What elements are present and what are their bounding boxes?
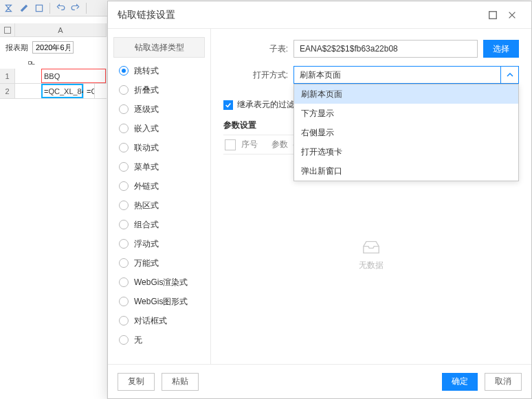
select-button[interactable]: 选择 [483, 40, 519, 58]
close-button[interactable] [502, 5, 522, 25]
cancel-button[interactable]: 取消 [485, 373, 522, 391]
radio-label: 逐级式 [134, 104, 159, 115]
openmode-dropdown[interactable]: 刷新本页面 刷新本页面下方显示右侧显示打开选项卡弹出新窗口 [293, 66, 519, 84]
type-radio-item[interactable]: 组合式 [119, 217, 199, 232]
dialog-footer: 复制 粘贴 确定 取消 [108, 364, 531, 398]
radio-label: 外链式 [134, 181, 159, 192]
radio-label: WebGis渲染式 [134, 277, 188, 288]
param-selectall-checkbox[interactable] [225, 139, 236, 150]
radio-icon [119, 239, 129, 249]
copy-button[interactable]: 复制 [118, 373, 155, 391]
type-radio-item[interactable]: 热区式 [119, 198, 199, 213]
spreadsheet-bg: A 报表期 1 BBQ 2 =QC_XL_84 =C [0, 16, 107, 399]
param-title: 参数设置 [223, 119, 256, 131]
type-radio-item[interactable]: 联动式 [119, 140, 199, 155]
ok-button[interactable]: 确定 [442, 373, 478, 391]
param-empty: 无数据 [223, 155, 519, 356]
type-radio-item[interactable]: 折叠式 [119, 82, 199, 98]
row-header-1[interactable]: 1 [0, 69, 15, 83]
type-radio-item[interactable]: 菜单式 [119, 159, 199, 174]
radio-icon [119, 66, 129, 76]
radio-label: 嵌入式 [134, 123, 159, 135]
openmode-menu: 刷新本页面下方显示右侧显示打开选项卡弹出新窗口 [293, 84, 519, 181]
radio-icon [119, 297, 129, 306]
radio-label: 联动式 [134, 142, 159, 154]
paste-button[interactable]: 粘贴 [162, 373, 199, 391]
radio-icon [119, 143, 129, 152]
radio-icon [119, 258, 129, 268]
openmode-option[interactable]: 打开选项卡 [294, 142, 518, 161]
row-header-corner [0, 23, 15, 36]
inbox-icon [362, 239, 381, 255]
period-label: 报表期 [5, 43, 28, 53]
col-header[interactable]: A [15, 23, 107, 36]
svg-rect-1 [4, 27, 10, 33]
period-input[interactable] [32, 41, 74, 54]
type-panel-title: 钻取选择类型 [113, 37, 205, 58]
openmode-option[interactable]: 下方显示 [294, 104, 518, 123]
row-header-2[interactable]: 2 [0, 84, 15, 98]
empty-text: 无数据 [359, 260, 384, 271]
sum-icon[interactable] [3, 2, 15, 14]
type-radio-item[interactable]: 逐级式 [119, 102, 199, 117]
undo-icon[interactable] [54, 2, 67, 14]
radio-label: WebGis图形式 [134, 296, 188, 308]
separator [49, 3, 50, 14]
separator [86, 3, 87, 14]
radio-icon [119, 162, 129, 172]
openmode-option[interactable]: 刷新本页面 [294, 84, 518, 104]
type-radio-item[interactable]: WebGis图形式 [119, 294, 199, 309]
col-seq: 序号 [241, 139, 271, 150]
openmode-option[interactable]: 右侧显示 [294, 123, 518, 142]
radio-label: 菜单式 [134, 161, 159, 173]
type-radio-item[interactable]: 跳转式 [119, 63, 199, 78]
radio-icon [119, 104, 129, 114]
edit2-icon[interactable] [33, 2, 45, 14]
svg-rect-0 [36, 5, 42, 11]
radio-label: 万能式 [134, 258, 159, 269]
radio-label: 无 [134, 334, 142, 346]
chevron-up-icon[interactable] [500, 67, 518, 83]
anchor-icon [27, 60, 36, 71]
type-radio-item[interactable]: 嵌入式 [119, 121, 199, 136]
openmode-label: 打开方式: [223, 69, 288, 81]
radio-icon [119, 335, 129, 345]
radio-label: 对话框式 [134, 315, 167, 327]
radio-label: 跳转式 [134, 65, 159, 77]
svg-rect-2 [489, 11, 497, 19]
radio-label: 折叠式 [134, 84, 159, 96]
type-radio-item[interactable]: 浮动式 [119, 236, 199, 251]
inherit-label: 继承表元的过滤 [237, 99, 295, 111]
inherit-checkbox[interactable] [223, 100, 233, 110]
radio-icon [119, 220, 129, 229]
cell-a1[interactable]: BBQ [41, 69, 107, 83]
radio-label: 组合式 [134, 219, 159, 231]
radio-label: 热区式 [134, 200, 159, 212]
radio-icon [119, 316, 129, 326]
cell-a2-left[interactable]: =QC_XL_84 [41, 84, 84, 98]
drilldown-dialog: 钻取链接设置 钻取选择类型 跳转式折叠式逐级式嵌入式联动式菜单式外链式热区式组合… [107, 1, 532, 399]
radio-icon [119, 85, 129, 95]
edit-icon[interactable] [18, 2, 30, 14]
radio-icon [119, 124, 129, 133]
type-radio-item[interactable]: WebGis渲染式 [119, 275, 199, 290]
type-radio-item[interactable]: 无 [119, 332, 199, 347]
type-radio-item[interactable]: 对话框式 [119, 313, 199, 328]
config-panel: 子表: 选择 打开方式: 刷新本页面 刷新本页面下方显示右侧显示打开选项卡弹出新… [211, 29, 531, 364]
radio-icon [119, 181, 129, 191]
redo-icon[interactable] [69, 2, 82, 14]
dialog-title: 钻取链接设置 [118, 9, 483, 21]
maximize-button[interactable] [483, 5, 502, 25]
subtable-input[interactable] [293, 40, 478, 58]
type-radio-item[interactable]: 外链式 [119, 179, 199, 194]
type-radio-item[interactable]: 万能式 [119, 255, 199, 271]
cell-a2-right[interactable]: =C [84, 84, 95, 98]
radio-icon [119, 201, 129, 210]
type-panel: 钻取选择类型 跳转式折叠式逐级式嵌入式联动式菜单式外链式热区式组合式浮动式万能式… [108, 29, 211, 364]
dialog-header: 钻取链接设置 [108, 1, 531, 29]
subtable-label: 子表: [223, 43, 288, 55]
openmode-option[interactable]: 弹出新窗口 [294, 161, 518, 181]
radio-label: 浮动式 [134, 238, 159, 250]
radio-icon [119, 277, 129, 287]
openmode-value: 刷新本页面 [294, 69, 500, 81]
